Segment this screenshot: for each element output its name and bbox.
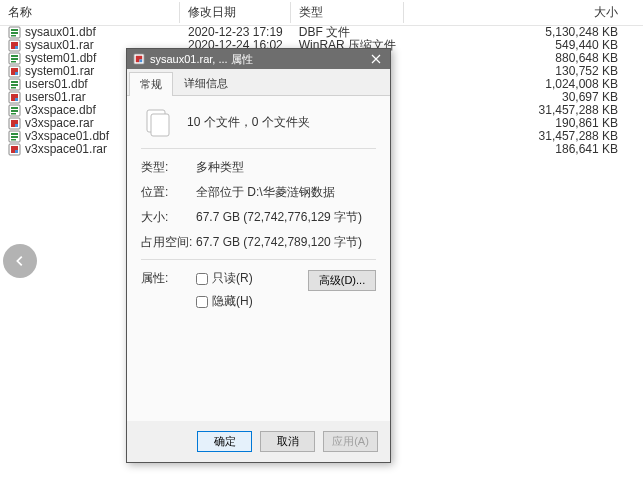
dbf-file-icon	[8, 104, 21, 117]
file-type: DBF 文件	[291, 26, 404, 40]
dialog-title: sysaux01.rar, ... 属性	[150, 52, 362, 67]
files-stack-icon	[141, 106, 173, 138]
close-button[interactable]	[362, 49, 390, 69]
attr-label: 属性:	[141, 270, 196, 310]
archive-icon	[8, 143, 21, 156]
dbf-file-icon	[8, 130, 21, 143]
col-name[interactable]: 名称	[0, 0, 180, 26]
archive-icon	[8, 91, 21, 104]
size-value: 67.7 GB (72,742,776,129 字节)	[196, 209, 376, 226]
location-label: 位置:	[141, 184, 196, 201]
dialog-actions: 确定 取消 应用(A)	[127, 421, 390, 462]
chevron-left-icon	[13, 254, 27, 268]
column-headers[interactable]: 名称 修改日期 类型 大小	[0, 0, 643, 26]
tab-general[interactable]: 常规	[129, 72, 173, 96]
archive-icon	[8, 39, 21, 52]
archive-icon	[133, 53, 145, 65]
separator	[141, 148, 376, 149]
cancel-button[interactable]: 取消	[260, 431, 315, 452]
advanced-button[interactable]: 高级(D)...	[308, 270, 376, 291]
archive-icon	[8, 65, 21, 78]
size-label: 大小:	[141, 209, 196, 226]
readonly-input[interactable]	[196, 273, 208, 285]
file-name: v3xspace01.rar	[25, 143, 107, 156]
dbf-file-icon	[8, 52, 21, 65]
type-value: 多种类型	[196, 159, 376, 176]
file-row[interactable]: sysaux01.dbf2020-12-23 17:19DBF 文件5,130,…	[0, 26, 643, 40]
disk-label: 占用空间:	[141, 234, 196, 251]
back-button[interactable]	[3, 244, 37, 278]
file-modified: 2020-12-23 17:19	[180, 26, 291, 40]
ok-button[interactable]: 确定	[197, 431, 252, 452]
file-size: 5,130,248 KB	[404, 26, 643, 40]
dbf-file-icon	[8, 26, 21, 39]
type-label: 类型:	[141, 159, 196, 176]
disk-value: 67.7 GB (72,742,789,120 字节)	[196, 234, 376, 251]
readonly-checkbox[interactable]: 只读(R)	[196, 270, 308, 287]
hidden-checkbox[interactable]: 隐藏(H)	[196, 293, 308, 310]
dbf-file-icon	[8, 78, 21, 91]
dialog-titlebar[interactable]: sysaux01.rar, ... 属性	[127, 49, 390, 69]
hidden-input[interactable]	[196, 296, 208, 308]
col-type[interactable]: 类型	[291, 0, 404, 26]
hidden-label: 隐藏(H)	[212, 293, 253, 310]
separator	[141, 259, 376, 260]
readonly-label: 只读(R)	[212, 270, 253, 287]
apply-button[interactable]: 应用(A)	[323, 431, 378, 452]
tab-strip: 常规 详细信息	[127, 69, 390, 96]
location-value: 全部位于 D:\华菱涟钢数据	[196, 184, 376, 201]
close-icon	[371, 54, 381, 64]
col-modified[interactable]: 修改日期	[180, 0, 291, 26]
tab-general-body: 10 个文件，0 个文件夹 类型:多种类型 位置:全部位于 D:\华菱涟钢数据 …	[127, 96, 390, 421]
properties-dialog: sysaux01.rar, ... 属性 常规 详细信息 10 个文件，0 个文…	[126, 48, 391, 463]
archive-icon	[8, 117, 21, 130]
file-size: 186,641 KB	[404, 143, 643, 156]
summary-count: 10 个文件，0 个文件夹	[187, 114, 310, 131]
col-size[interactable]: 大小	[404, 0, 643, 26]
tab-details[interactable]: 详细信息	[173, 71, 239, 95]
